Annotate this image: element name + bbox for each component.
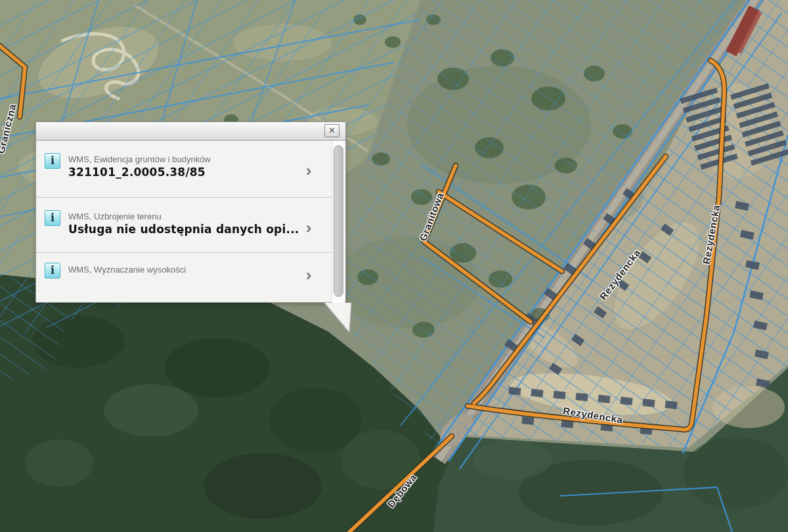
popup-header: ✕ (36, 122, 345, 141)
result-text: WMS, Wyznaczanie wysokości (68, 253, 345, 275)
result-source-label: WMS, Ewidencja gruntów i budynków (68, 154, 286, 164)
result-value: Usługa nie udostępnia danych opi... (68, 223, 286, 236)
info-icon: i (45, 263, 60, 278)
result-text: WMS, Ewidencja gruntów i budynków 321101… (68, 141, 345, 179)
popup-scrollbar[interactable] (332, 141, 345, 303)
result-source-label: WMS, Wyznaczanie wysokości (68, 265, 286, 275)
popup-tail (323, 302, 353, 334)
close-button[interactable]: ✕ (324, 124, 339, 137)
info-icon: i (45, 210, 60, 226)
info-icon: i (45, 153, 60, 169)
popup-body: i WMS, Ewidencja gruntów i budynków 3211… (36, 141, 345, 303)
close-icon: ✕ (328, 125, 336, 135)
result-value: 321101_2.0005.38/85 (68, 166, 286, 179)
chevron-right-icon[interactable]: › (305, 267, 311, 283)
map-viewport[interactable]: Graniczna Granitowa Rezydencka Rezydenck… (0, 0, 788, 532)
info-popup: ✕ i WMS, Ewidencja gruntów i budynków 32… (35, 122, 346, 303)
result-row-uzbrojenie[interactable]: i WMS, Uzbrojenie terenu Usługa nie udos… (36, 197, 345, 252)
result-text: WMS, Uzbrojenie terenu Usługa nie udostę… (68, 198, 345, 236)
result-row-wysokosci[interactable]: i WMS, Wyznaczanie wysokości › (36, 252, 345, 303)
result-source-label: WMS, Uzbrojenie terenu (68, 211, 286, 221)
scrollbar-thumb[interactable] (334, 145, 343, 297)
chevron-right-icon[interactable]: › (305, 163, 311, 179)
chevron-right-icon[interactable]: › (305, 220, 311, 236)
result-row-ewidencja[interactable]: i WMS, Ewidencja gruntów i budynków 3211… (36, 141, 345, 197)
